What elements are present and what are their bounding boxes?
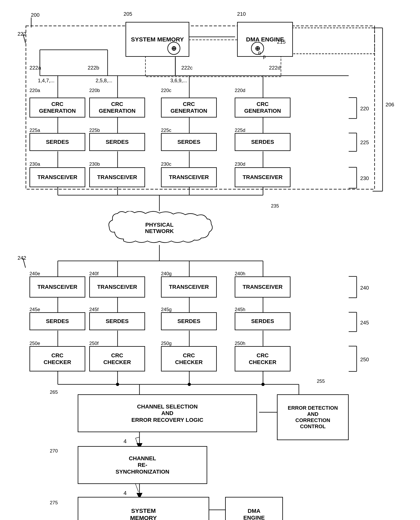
- ref-label-230: 230: [360, 175, 369, 181]
- arrow-4-label-1: 4: [124, 438, 127, 445]
- serdes-g: SERDES: [161, 312, 217, 330]
- ref-label-245f: 245f: [89, 307, 99, 312]
- ref-label-245: 245: [360, 320, 369, 326]
- ref-label-245e: 245e: [30, 307, 40, 312]
- transceiver-g: TRANSCEIVER: [161, 276, 217, 297]
- ref-label-222: 222: [17, 31, 26, 37]
- crc-checker-e: CRCCHECKER: [30, 346, 85, 371]
- ref-label-235: 235: [271, 203, 279, 209]
- serdes-b: SERDES: [89, 133, 145, 151]
- ref-label-220a: 220a: [30, 88, 40, 93]
- ref-label-250g: 250g: [161, 341, 172, 346]
- ref-label-265: 265: [50, 389, 58, 395]
- system-memory-top: SYSTEM MEMORY: [126, 22, 189, 57]
- serdes-e: SERDES: [30, 312, 85, 330]
- ref-label-225c: 225c: [161, 127, 171, 133]
- svg-line-80: [135, 438, 138, 446]
- ref-label-270: 270: [50, 448, 58, 454]
- ref-label-250: 250: [360, 357, 369, 363]
- serdes-c: SERDES: [161, 133, 217, 151]
- ref-label-225b: 225b: [89, 127, 100, 133]
- crc-checker-h: CRCCHECKER: [235, 346, 291, 371]
- crc-gen-b: CRCGENERATION: [89, 97, 145, 118]
- ref-label-225a: 225a: [30, 127, 40, 133]
- ref-label-275: 275: [50, 500, 58, 505]
- ref-label-222d: 222d: [269, 65, 281, 71]
- ref-label-245h: 245h: [235, 307, 245, 312]
- ref-label-220b: 220b: [89, 88, 100, 93]
- crc-checker-f: CRCCHECKER: [89, 346, 145, 371]
- transceiver-h: TRANSCEIVER: [235, 276, 291, 297]
- ref-label-230a: 230a: [30, 161, 40, 167]
- seq-258: 2,5,8,...: [96, 78, 112, 83]
- ref-label-250f: 250f: [89, 341, 99, 346]
- svg-line-81: [135, 437, 139, 438]
- ref-label-255: 255: [317, 379, 325, 384]
- xor-symbol-q: ⊕: [251, 42, 264, 55]
- svg-rect-1: [279, 28, 375, 54]
- ref-label-250e: 250e: [30, 341, 40, 346]
- channel-resync: CHANNELRE-SYNCHRONIZATION: [78, 446, 207, 484]
- diagram: 200 205 210 206 SYSTEM MEMORY DMA ENGINE…: [0, 0, 420, 520]
- channel-selection: CHANNEL SELECTIONANDERROR RECOVERY LOGIC: [78, 394, 257, 432]
- q-label: q: [258, 50, 261, 55]
- crc-checker-g: CRCCHECKER: [161, 346, 217, 371]
- ref-label-230b: 230b: [89, 161, 100, 167]
- svg-line-82: [135, 484, 138, 492]
- system-memory-bot: SYSTEMMEMORY: [78, 497, 209, 520]
- ref-label-250h: 250h: [235, 341, 245, 346]
- ref-label-220: 220: [360, 105, 369, 112]
- ref-label-230c: 230c: [161, 161, 171, 167]
- ref-label-225d: 225d: [235, 127, 245, 133]
- ref-label-242: 242: [17, 255, 26, 261]
- serdes-d: SERDES: [235, 133, 291, 151]
- seq-369: 3,6,9,...: [170, 78, 187, 83]
- ref-label-240: 240: [360, 285, 369, 291]
- dma-engine-bot: DMAENGINE: [225, 497, 283, 520]
- transceiver-c: TRANSCEIVER: [161, 167, 217, 187]
- transceiver-e: TRANSCEIVER: [30, 276, 85, 297]
- svg-point-44: [261, 383, 265, 386]
- crc-gen-d: CRCGENERATION: [235, 97, 291, 118]
- ref-label-222c: 222c: [181, 65, 193, 71]
- ref-label-240e: 240e: [30, 271, 40, 276]
- svg-point-42: [116, 383, 119, 386]
- transceiver-a: TRANSCEIVER: [30, 167, 85, 187]
- ref-label-206-right: 206: [386, 102, 394, 108]
- ref-label-245g: 245g: [161, 307, 172, 312]
- ref-label-200: 200: [31, 12, 39, 18]
- ref-label-225: 225: [360, 139, 369, 146]
- ref-label-240f: 240f: [89, 271, 99, 276]
- seq-147: 1,4,7,...: [38, 78, 54, 83]
- error-detection: ERROR DETECTIONANDCORRECTIONCONTROL: [277, 394, 349, 440]
- serdes-f: SERDES: [89, 312, 145, 330]
- ref-label-222a: 222a: [30, 65, 41, 71]
- transceiver-d: TRANSCEIVER: [235, 167, 291, 187]
- ref-label-220d: 220d: [235, 88, 245, 93]
- ref-label-240h: 240h: [235, 271, 245, 276]
- ref-label-240g: 240g: [161, 271, 172, 276]
- p-label: p: [263, 54, 266, 59]
- ref-label-230d: 230d: [235, 161, 245, 167]
- arrow-4-label-2: 4: [124, 490, 127, 496]
- xor-symbol-p: ⊕: [167, 42, 180, 55]
- transceiver-b: TRANSCEIVER: [89, 167, 145, 187]
- ref-label-215: 215: [277, 39, 285, 45]
- connection-lines: [0, 0, 420, 520]
- arrow-200: [31, 17, 31, 28]
- crc-gen-a: CRCGENERATION: [30, 97, 85, 118]
- ref-label-220c: 220c: [161, 88, 171, 93]
- physical-network: PHYSICALNETWORK: [105, 211, 213, 245]
- serdes-a: SERDES: [30, 133, 85, 151]
- ref-label-210: 210: [237, 11, 246, 17]
- crc-gen-c: CRCGENERATION: [161, 97, 217, 118]
- serdes-h: SERDES: [235, 312, 291, 330]
- svg-point-43: [188, 383, 191, 386]
- ref-label-205: 205: [124, 11, 132, 17]
- ref-label-222b: 222b: [88, 65, 99, 71]
- transceiver-f: TRANSCEIVER: [89, 276, 145, 297]
